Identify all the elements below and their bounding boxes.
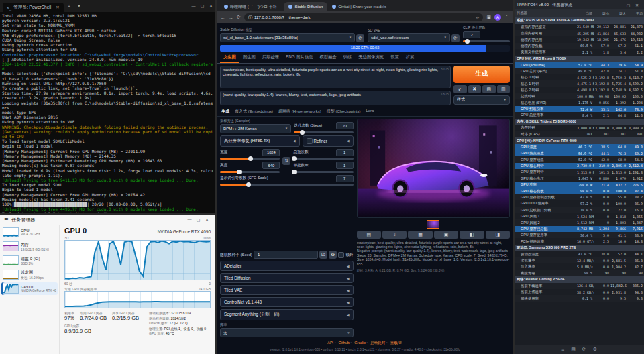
sensor-row[interactable]: CPU (Tctl/Tdie)52.8 °C44.379.654.9 xyxy=(515,62,644,68)
terminal-output[interactable]: Total VRAM 24564 MB, total RAM 32581 MBp… xyxy=(0,12,215,213)
webui-tab[interactable]: 文生图 xyxy=(220,53,239,63)
sensor-row[interactable]: GPU 显存使用率36.4 %5.041.133.0 xyxy=(515,232,644,238)
swap-dimensions-button[interactable]: ⇅ xyxy=(282,157,290,165)
footer-link[interactable]: API xyxy=(327,341,335,345)
sensor-row[interactable]: GPU 温度46.2 °C38.564.849.3 xyxy=(515,144,644,150)
image-tool-button[interactable]: ◨ xyxy=(486,231,510,239)
extension-accordion[interactable]: ADetailer ◀ xyxy=(220,261,354,271)
generate-button[interactable]: 生成 xyxy=(453,66,510,83)
sensor-row[interactable]: GPU 核心电压1.045 V0.8801.0701.012 xyxy=(515,176,644,182)
vae-dropdown[interactable]: sdxl_vae.safetensors ▼ xyxy=(368,33,450,42)
clip-skip-slider[interactable]: 2 xyxy=(463,31,510,42)
script-dropdown[interactable]: 无 ▼ xyxy=(220,328,354,337)
image-tool-button[interactable]: ◧ xyxy=(460,231,484,239)
hires-fix-accordion[interactable]: 高分辨率修复 (Hires. fix) ◀ xyxy=(220,135,300,147)
generate-tool-button[interactable]: ▤ xyxy=(482,85,496,93)
terminal-maximize-button[interactable]: ▢ xyxy=(198,0,207,12)
extension-accordion[interactable]: Tiled VAE ◀ xyxy=(220,285,354,295)
hwinfo-minimize-button[interactable]: — xyxy=(615,3,624,7)
hwinfo-close-button[interactable]: ✕ xyxy=(633,3,641,7)
taskmgr-minimize-button[interactable]: — xyxy=(185,217,194,222)
sensor-row[interactable]: 当前下载速率126.4 KB/s0.011,842.6385.2 xyxy=(515,283,644,289)
sensor-row[interactable]: 写入速率5.8 MB/s0.01,904.242.7 xyxy=(515,263,644,270)
sensor-row[interactable]: GPU D3D 使用率97.2 %0.0100.086.9 xyxy=(515,200,644,206)
site-info-icon[interactable]: ⓘ xyxy=(248,15,252,21)
perf-sidebar-item[interactable]: 内存 19.6/31.9 GB (61%) xyxy=(1,240,58,253)
steps-slider[interactable]: 迭代步数 (Steps)20 xyxy=(294,122,354,133)
sensor-row[interactable]: 物理内存负载60.5 %57.067.261.1 xyxy=(515,43,644,49)
negative-prompt-textarea[interactable]: (worst quality, low quality:1.4), lowres… xyxy=(220,91,451,105)
terminal-tab-dropdown-icon[interactable]: ▾ xyxy=(74,3,83,9)
sensor-row[interactable]: GPU 显存已分配8,742 MB1,2049,8667,915 xyxy=(515,226,644,232)
perf-sidebar-item[interactable]: GPU 0 NVIDIA GeForce RTX 4090 97% xyxy=(1,282,58,295)
hwinfo-toolbar-button[interactable]: ≡ xyxy=(561,347,564,352)
sensor-row[interactable]: 虚拟内存可用45,205 MB41,86446,63344,982 xyxy=(515,30,644,36)
reuse-seed-button[interactable]: ♻ xyxy=(329,251,337,259)
image-tool-button[interactable]: ▤ xyxy=(357,231,381,239)
sensor-row[interactable]: GPU 核心负载98.0 %0.0100.087.4 xyxy=(515,188,644,194)
refresh-vae-button[interactable]: ⟳ xyxy=(451,34,460,42)
terminal-close-button[interactable]: ✕ xyxy=(207,0,215,12)
address-bar[interactable]: ⓘ 127.0.0.1:7860/?__theme=dark ☆ xyxy=(244,13,484,21)
height-slider[interactable]: 高度640 xyxy=(220,162,280,173)
seed-input[interactable]: -1 xyxy=(254,251,318,259)
footer-link[interactable]: 重载 UI xyxy=(390,341,402,345)
sensor-row[interactable]: 总线时钟100.0 MHz99.98100.02100.0 xyxy=(515,93,644,99)
model-dropdown[interactable]: sd_xl_base_1.0.safetensors [31e35c80fc] … xyxy=(220,33,355,42)
sensor-row[interactable]: 物理内存已用19,342 MB18,20521,47619,518 xyxy=(515,36,644,42)
sensor-column-headers[interactable]: 传感器 当前 最小 最大 平均 xyxy=(515,9,644,17)
sensor-row[interactable]: CPU 总使用率8.4 %2.164.811.6 xyxy=(515,112,644,118)
refiner-checkbox[interactable] xyxy=(307,138,313,144)
sensor-row[interactable]: GPU 风扇 21,512 RPM01,8031,347 xyxy=(515,219,644,225)
hwinfo-toolbar-button[interactable]: ⟳ xyxy=(582,347,586,352)
bookmark-star-icon[interactable]: ☆ xyxy=(476,15,479,20)
sensor-row[interactable]: GPU 总线接口负载18.0 %0.027.015.3 xyxy=(515,207,644,213)
refresh-models-button[interactable]: ⟳ xyxy=(356,34,364,42)
sensor-row[interactable]: GPU 功率298.6 W21.4437.2276.5 xyxy=(515,182,644,188)
sensor-row[interactable]: CPU 封装功率72.4 W35.1142.678.9 xyxy=(515,106,644,112)
sensor-row[interactable]: GPU 显存时钟1,313.0 MHz101.31,313.01,201.8 xyxy=(515,169,644,175)
perf-sidebar-item[interactable]: 以太网 发送: 16.0 Kbps xyxy=(1,268,58,281)
webui-tab[interactable]: 扩展 xyxy=(402,53,418,63)
extra-networks-tab[interactable]: Lora xyxy=(366,109,374,115)
forward-button[interactable]: → xyxy=(229,15,233,20)
webui-tab[interactable]: 模型融合 xyxy=(317,53,340,63)
extra-networks-tab[interactable]: 嵌入式 (Embeddings) xyxy=(235,109,273,115)
batch-size-slider[interactable]: 单批数量1 xyxy=(293,162,353,173)
browser-tab[interactable]: 哔哩哔哩 (゜-゜)つロ 干杯~ xyxy=(219,2,284,11)
gallery-thumbnail[interactable] xyxy=(427,220,439,229)
prompt-textarea[interactable]: masterpiece, best quality, ultra-detaile… xyxy=(220,66,451,88)
terminal-tab-close-icon[interactable]: ✕ xyxy=(56,5,59,10)
sampler-dropdown[interactable]: DPM++ 2M Karras ▼ xyxy=(220,124,291,133)
sensor-row[interactable]: 网络使用率0.1 %0.09.50.3 xyxy=(515,295,644,301)
terminal-new-tab-button[interactable]: ＋ xyxy=(64,3,75,9)
browser-tab[interactable]: Stable Diffusion xyxy=(284,2,327,11)
webui-tab[interactable]: 图生图 xyxy=(239,53,259,63)
sensor-row[interactable]: 剩余寿命98 %989898 xyxy=(515,270,644,276)
extension-accordion[interactable]: Tiled Diffusion ◀ xyxy=(220,273,354,283)
footer-link[interactable]: 启动耗时 xyxy=(370,341,387,345)
sensor-row[interactable]: 时序 (tCAS)30T30T30T30T xyxy=(515,131,644,137)
generate-tool-button[interactable]: ✖ xyxy=(468,85,482,93)
sensor-row[interactable]: 内存时钟3,000.0 MHz3,000.03,000.03,000.0 xyxy=(515,125,644,131)
footer-link[interactable]: Gradio xyxy=(354,341,368,345)
hwinfo-maximize-button[interactable]: ▢ xyxy=(624,3,633,7)
browser-menu-icon[interactable]: ⋮ xyxy=(504,15,509,20)
sensor-row[interactable]: 读取速率12.4 MB/s0.02,481.586.3 xyxy=(515,257,644,263)
sensor-row[interactable]: CPU 芯片 (平均)49.6 °C42.874.151.3 xyxy=(515,68,644,74)
extra-networks-tab[interactable]: 生成 xyxy=(221,109,229,115)
random-seed-button[interactable]: ⚂ xyxy=(319,251,327,259)
webui-tab[interactable]: PNG 图片信息 xyxy=(282,53,317,63)
terminal-minimize-button[interactable]: — xyxy=(189,0,198,12)
generate-tool-button[interactable]: ↙ xyxy=(453,85,467,93)
hamburger-menu-icon[interactable]: ☰ xyxy=(4,217,8,223)
extensions-icon[interactable]: ▣ xyxy=(486,15,491,20)
image-tool-button[interactable]: ▣ xyxy=(434,231,458,239)
sensor-row[interactable]: PCIe 链路速率16.0 GT/s2.516.014.8 xyxy=(515,238,644,244)
generate-tool-button[interactable]: ▥ xyxy=(497,85,511,93)
sensor-row[interactable]: GPU 显存结温52.0 °C42.068.054.6 xyxy=(515,156,644,162)
webui-tab[interactable]: 训练 xyxy=(340,53,356,63)
webui-tab[interactable]: 无边图像浏览 xyxy=(355,53,387,63)
extension-accordion[interactable]: ControlNet v1.1.443 ◀ xyxy=(220,297,354,307)
profile-avatar[interactable]: A xyxy=(494,14,501,21)
